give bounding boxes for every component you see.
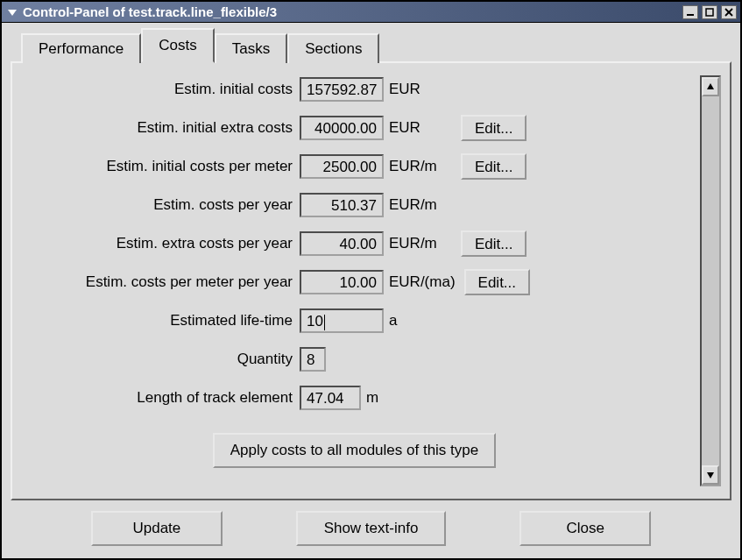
label-initial-extra: Estim. initial extra costs — [16, 119, 300, 137]
window-title: Control-Panel of test.track.line_flexibl… — [23, 4, 682, 19]
row-quantity: Quantity 8 — [16, 345, 693, 373]
label-lifetime: Estimated life-time — [16, 312, 300, 330]
edit-initial-extra-button[interactable]: Edit... — [461, 115, 526, 141]
unit-eur-m: EUR/m — [389, 235, 452, 252]
row-length: Length of track element 47.04 m — [16, 384, 693, 412]
svg-rect-1 — [687, 14, 694, 16]
value-extra-per-year: 40.00 — [300, 231, 384, 256]
show-textinfo-button[interactable]: Show text-info — [296, 511, 447, 546]
svg-marker-0 — [8, 10, 17, 16]
apply-costs-button[interactable]: Apply costs to all modules of this type — [213, 433, 496, 468]
tab-sections[interactable]: Sections — [287, 33, 379, 63]
close-button[interactable]: Close — [519, 511, 651, 546]
row-extra-per-year: Estim. extra costs per year 40.00 EUR/m … — [16, 230, 693, 258]
value-initial-costs: 157592.87 — [300, 77, 384, 102]
update-button[interactable]: Update — [91, 511, 223, 546]
row-initial-costs: Estim. initial costs 157592.87 EUR — [16, 75, 693, 103]
row-costs-per-year: Estim. costs per year 510.37 EUR/m — [16, 191, 693, 219]
label-extra-per-year: Estim. extra costs per year — [16, 235, 300, 252]
label-quantity: Quantity — [16, 351, 300, 368]
scroll-track[interactable] — [702, 96, 719, 465]
value-costs-per-year: 510.37 — [300, 193, 384, 217]
unit-eur: EUR — [389, 81, 452, 98]
edit-extra-per-year-button[interactable]: Edit... — [461, 230, 526, 257]
close-window-button[interactable] — [721, 5, 737, 19]
value-initial-extra: 40000.00 — [300, 116, 384, 140]
value-initial-per-meter: 2500.00 — [300, 154, 384, 179]
tab-panel-costs: Estim. initial costs 157592.87 EUR Estim… — [11, 61, 731, 500]
label-initial-costs: Estim. initial costs — [16, 81, 300, 98]
tab-performance[interactable]: Performance — [21, 33, 141, 63]
unit-eur: EUR — [389, 119, 452, 137]
label-per-meter-per-year: Estim. costs per meter per year — [16, 273, 300, 291]
label-costs-per-year: Estim. costs per year — [16, 196, 300, 214]
unit-eur-m: EUR/m — [389, 196, 452, 214]
row-initial-per-meter: Estim. initial costs per meter 2500.00 E… — [16, 152, 693, 181]
scroll-down-icon[interactable] — [702, 465, 719, 485]
svg-rect-2 — [706, 9, 713, 16]
unit-a: a — [389, 312, 452, 330]
value-per-meter-per-year: 10.00 — [300, 270, 384, 294]
unit-eur-m: EUR/m — [389, 158, 452, 175]
row-per-meter-per-year: Estim. costs per meter per year 10.00 EU… — [16, 268, 693, 296]
svg-marker-6 — [707, 472, 714, 478]
maximize-button[interactable] — [702, 5, 717, 19]
input-length[interactable]: 47.04 — [300, 386, 361, 410]
vertical-scrollbar[interactable] — [700, 75, 721, 486]
svg-marker-5 — [707, 83, 714, 89]
input-lifetime[interactable]: 10 — [300, 308, 384, 333]
window-frame: Control-Panel of test.track.line_flexibl… — [0, 0, 742, 560]
label-length: Length of track element — [16, 389, 300, 407]
scroll-up-icon[interactable] — [702, 77, 719, 96]
tab-costs[interactable]: Costs — [141, 28, 214, 63]
row-initial-extra: Estim. initial extra costs 40000.00 EUR … — [16, 114, 693, 142]
client-area: Performance Costs Tasks Sections Estim. … — [2, 23, 740, 558]
edit-initial-per-meter-button[interactable]: Edit... — [461, 153, 526, 180]
label-initial-per-meter: Estim. initial costs per meter — [16, 158, 300, 175]
bottom-button-bar: Update Show text-info Close — [11, 500, 731, 549]
row-lifetime: Estimated life-time 10 a — [16, 307, 693, 335]
tab-tasks[interactable]: Tasks — [215, 33, 287, 63]
unit-m: m — [366, 389, 429, 407]
minimize-button[interactable] — [682, 5, 698, 19]
input-quantity[interactable]: 8 — [300, 347, 326, 372]
titlebar: Control-Panel of test.track.line_flexibl… — [2, 2, 740, 23]
app-menu-icon[interactable] — [5, 5, 19, 19]
unit-eur-ma: EUR/(ma) — [389, 273, 456, 291]
edit-per-meter-per-year-button[interactable]: Edit... — [464, 269, 530, 295]
tab-strip: Performance Costs Tasks Sections — [21, 28, 731, 61]
